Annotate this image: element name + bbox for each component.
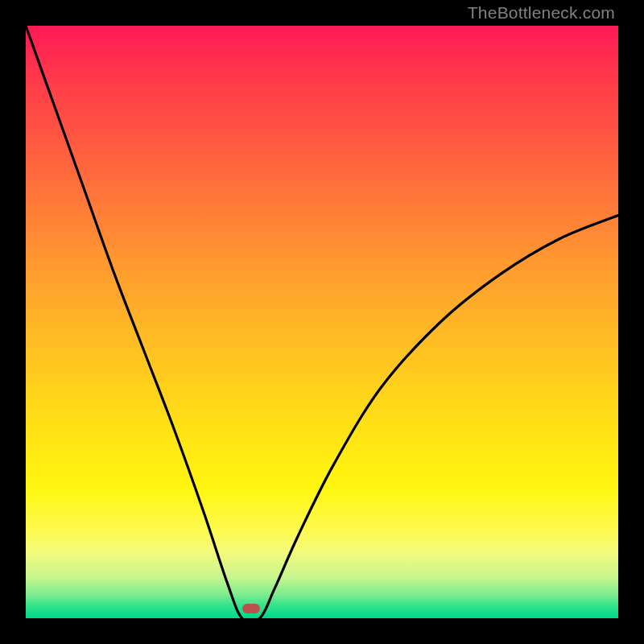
watermark-text: TheBottleneck.com (468, 3, 615, 23)
frame-right (618, 0, 644, 644)
optimal-marker (242, 604, 260, 613)
frame-left (0, 0, 26, 644)
plot-area (26, 26, 618, 618)
frame-bottom (0, 618, 644, 644)
